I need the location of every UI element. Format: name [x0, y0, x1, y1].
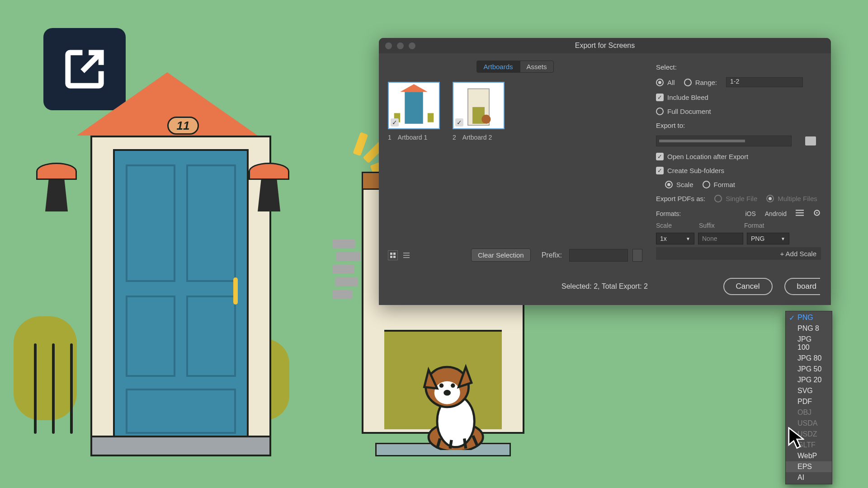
- artboard-thumb-2[interactable]: ✓ 2 Artboard 2: [453, 82, 505, 141]
- svg-rect-18: [390, 256, 392, 258]
- suffix-input[interactable]: None: [698, 233, 743, 244]
- svg-rect-20: [403, 253, 410, 253]
- col-format: Format: [744, 222, 764, 229]
- format-option-pdf[interactable]: PDF: [786, 396, 832, 407]
- checkbox-open-location[interactable]: ✓Open Location after Export: [656, 153, 748, 160]
- radio-all[interactable]: All: [656, 79, 675, 86]
- radio-subfolder-scale[interactable]: Scale: [665, 181, 693, 188]
- col-scale: Scale: [656, 222, 699, 229]
- export-pdfs-label: Export PDFs as:: [656, 195, 705, 202]
- format-option-jpg-80[interactable]: JPG 80: [786, 353, 832, 364]
- radio-subfolder-format[interactable]: Format: [703, 181, 736, 188]
- illustration-door-1: 11: [32, 72, 285, 456]
- gear-icon[interactable]: [813, 209, 821, 218]
- svg-rect-24: [796, 212, 804, 213]
- svg-point-4: [439, 384, 443, 388]
- list-icon[interactable]: [796, 209, 804, 218]
- export-to-label: Export to:: [656, 122, 821, 129]
- house-number: 11: [167, 117, 199, 135]
- scale-dropdown[interactable]: 1x▼: [656, 233, 694, 244]
- dialog-title: Export for Screens: [379, 42, 831, 50]
- checkbox-create-subfolders[interactable]: ✓Create Sub-folders: [656, 167, 724, 174]
- status-text: Selected: 2, Total Export: 2: [561, 282, 648, 291]
- tab-assets[interactable]: Assets: [520, 61, 554, 73]
- artboard-index: 2: [453, 134, 456, 141]
- tabs: Artboards Assets: [388, 61, 642, 73]
- svg-rect-19: [393, 256, 396, 258]
- svg-point-15: [481, 115, 491, 124]
- svg-rect-17: [393, 253, 396, 255]
- svg-rect-25: [796, 215, 804, 216]
- svg-rect-21: [403, 255, 410, 256]
- cancel-button[interactable]: Cancel: [723, 278, 773, 295]
- illustration-dog: [411, 357, 497, 452]
- prefix-label: Prefix:: [542, 251, 562, 259]
- grid-view-icon[interactable]: [388, 250, 398, 260]
- format-option-ai[interactable]: AI: [786, 472, 832, 483]
- svg-point-6: [443, 390, 451, 396]
- col-suffix: Suffix: [699, 222, 744, 229]
- prefix-dropdown[interactable]: [632, 249, 642, 262]
- dialog-titlebar[interactable]: Export for Screens: [379, 38, 831, 53]
- format-option-svg[interactable]: SVG: [786, 385, 832, 396]
- artboard-thumb-1[interactable]: ✓ 1 Artboard 1: [388, 82, 440, 141]
- svg-rect-8: [405, 92, 423, 124]
- cursor-icon: [788, 427, 804, 448]
- clear-selection-button[interactable]: Clear Selection: [471, 249, 531, 262]
- format-option-webp[interactable]: WebP: [786, 450, 832, 461]
- radio-range[interactable]: Range:: [684, 79, 717, 86]
- artboard-index: 1: [388, 134, 392, 141]
- range-input[interactable]: 1-2: [726, 77, 803, 87]
- format-option-eps[interactable]: EPS: [786, 461, 832, 472]
- svg-point-27: [816, 212, 817, 213]
- format-option-png[interactable]: PNG: [786, 312, 832, 323]
- check-icon[interactable]: ✓: [391, 118, 399, 127]
- svg-rect-16: [390, 253, 392, 255]
- prefix-input[interactable]: [569, 249, 628, 262]
- radio-multiple-files: Multiple Files: [766, 195, 817, 202]
- export-artboard-button[interactable]: board: [784, 278, 820, 295]
- preset-ios[interactable]: iOS: [745, 210, 755, 217]
- checkbox-include-bleed[interactable]: ✓Include Bleed: [656, 94, 708, 101]
- preset-android[interactable]: Android: [765, 210, 787, 217]
- format-option-obj: OBJ: [786, 407, 832, 418]
- svg-point-5: [451, 384, 455, 388]
- radio-single-file: Single File: [714, 195, 757, 202]
- format-option-jpg-20[interactable]: JPG 20: [786, 375, 832, 385]
- artboard-name: Artboard 1: [398, 134, 427, 141]
- check-icon[interactable]: ✓: [455, 118, 463, 127]
- tab-artboards[interactable]: Artboards: [476, 61, 519, 73]
- format-option-png-8[interactable]: PNG 8: [786, 323, 832, 334]
- formats-label: Formats:: [656, 210, 681, 217]
- format-option-jpg-100[interactable]: JPG 100: [786, 334, 832, 353]
- list-view-icon[interactable]: [401, 250, 411, 260]
- format-dropdown[interactable]: PNG▼: [747, 233, 789, 244]
- svg-rect-23: [796, 210, 804, 211]
- select-label: Select:: [656, 63, 821, 71]
- add-scale-button[interactable]: + Add Scale: [656, 247, 821, 260]
- format-menu: PNGPNG 8JPG 100JPG 80JPG 50JPG 20SVGPDFO…: [785, 311, 832, 484]
- svg-rect-11: [428, 113, 434, 122]
- export-path-input[interactable]: [656, 136, 792, 146]
- export-for-screens-dialog: Export for Screens Artboards Assets: [379, 38, 831, 305]
- artboard-name: Artboard 2: [462, 134, 492, 141]
- folder-icon[interactable]: [805, 136, 816, 145]
- svg-rect-22: [403, 257, 410, 258]
- radio-full-document[interactable]: Full Document: [656, 108, 711, 115]
- format-option-jpg-50[interactable]: JPG 50: [786, 364, 832, 375]
